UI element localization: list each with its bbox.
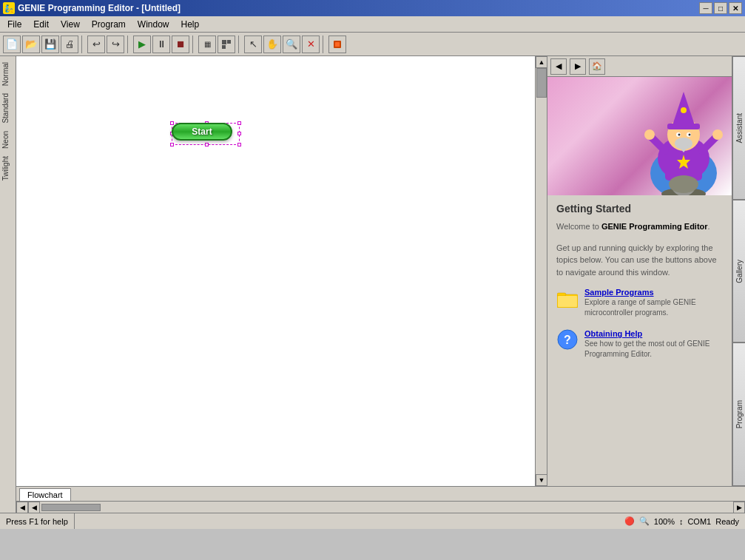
start-element[interactable]: Start [172, 123, 238, 144]
body-text: Get up and running quickly by exploring … [556, 242, 723, 279]
run-button[interactable]: ▶ [133, 36, 151, 53]
tool2-button[interactable] [218, 36, 235, 53]
left-panel: Normal Standard Neon Twilight [0, 56, 16, 513]
sep4 [238, 36, 241, 53]
scroll-left2-button[interactable]: ◀ [28, 502, 40, 513]
scroll-thumb[interactable] [536, 68, 547, 98]
title-bar: 🧞 GENIE Programming Editor - [Untitled] … [0, 0, 745, 16]
intro-bold: GENIE Programming Editor [601, 222, 708, 231]
svg-rect-27 [558, 296, 577, 307]
start-button[interactable]: Start [172, 123, 232, 141]
v-scrollbar[interactable]: ▲ ▼ [535, 56, 547, 486]
h-scrollbar[interactable]: ◀ ◀ ▶ [16, 501, 745, 513]
status-right: 🔴 🔍 100% ↕ COM1 Ready [624, 516, 739, 526]
minimize-button[interactable]: ─ [699, 2, 712, 14]
handle-bc[interactable] [205, 143, 209, 146]
svg-point-12 [681, 107, 687, 113]
getting-started-content: Getting Started Welcome to GENIE Program… [547, 195, 732, 486]
svg-rect-26 [557, 293, 566, 296]
menu-edit[interactable]: Edit [27, 18, 55, 31]
sep1 [81, 36, 84, 53]
scroll-right-button[interactable]: ▶ [733, 502, 745, 513]
new-button[interactable]: 📄 [3, 36, 21, 53]
right-content: Getting Started Welcome to GENIE Program… [547, 77, 732, 486]
maximize-button[interactable]: □ [714, 2, 727, 14]
handle-tr[interactable] [237, 121, 241, 125]
handle-br[interactable] [237, 143, 241, 146]
scroll-left-button[interactable]: ◀ [16, 502, 28, 513]
tool1-button[interactable]: ▦ [198, 36, 216, 53]
nav-home-button[interactable]: 🏠 [589, 58, 605, 75]
hand-button[interactable]: ✋ [263, 36, 281, 53]
cursor-button[interactable]: ↖ [244, 36, 262, 53]
canvas[interactable]: Start [16, 56, 535, 486]
tab-bar: Flowchart [16, 487, 745, 501]
nav-back-button[interactable]: ◀ [550, 58, 567, 75]
svg-rect-1 [227, 40, 231, 44]
svg-rect-11 [667, 124, 700, 129]
right-nav: ◀ ▶ 🏠 [547, 56, 732, 77]
h-scroll-track[interactable] [41, 503, 732, 512]
h-scroll-thumb[interactable] [41, 504, 101, 511]
wizard-image [547, 77, 732, 195]
pause-button[interactable]: ⏸ [152, 36, 170, 53]
tab-program[interactable]: Program [732, 343, 745, 486]
obtaining-help-text: Obtaining Help See how to get the most o… [584, 328, 723, 360]
svg-rect-0 [222, 40, 226, 44]
obtaining-help-desc: See how to get the most out of GENIE Pro… [584, 339, 723, 360]
handle-tl[interactable] [170, 121, 174, 125]
label-neon[interactable]: Neon [0, 128, 16, 152]
intro-text-2: . [708, 222, 710, 231]
svg-point-15 [678, 134, 681, 136]
sample-programs-desc: Explore a range of sample GENIE microcon… [584, 297, 723, 318]
folder-icon [556, 287, 579, 309]
sep3 [192, 36, 195, 53]
delete-button[interactable]: ✕ [302, 36, 320, 53]
close-button[interactable]: ✕ [729, 2, 742, 14]
right-tabs: Assistant Gallery Program [732, 56, 745, 486]
chip-button[interactable] [328, 36, 346, 53]
scroll-track[interactable] [536, 68, 547, 474]
help-icon: ? [556, 328, 579, 351]
svg-rect-4 [335, 42, 340, 47]
com-label: COM1 [687, 517, 711, 526]
print-button[interactable]: 🖨 [61, 36, 78, 53]
menu-bar: File Edit View Program Window Help [0, 16, 745, 33]
zoom-button[interactable]: 🔍 [283, 36, 300, 53]
tab-flowchart[interactable]: Flowchart [19, 488, 71, 501]
main-area: Normal Standard Neon Twilight [0, 56, 745, 513]
menu-window[interactable]: Window [132, 18, 175, 31]
menu-help[interactable]: Help [175, 18, 206, 31]
getting-started-title: Getting Started [556, 203, 723, 215]
sep2 [127, 36, 130, 53]
tab-assistant[interactable]: Assistant [732, 56, 745, 200]
status-help: Press F1 for help [6, 513, 75, 529]
redo-button[interactable]: ↪ [107, 36, 124, 53]
handle-mr[interactable] [237, 132, 241, 135]
handle-bl[interactable] [170, 143, 174, 146]
start-label: Start [192, 126, 212, 137]
nav-forward-button[interactable]: ▶ [570, 58, 586, 75]
label-normal[interactable]: Normal [0, 59, 16, 89]
app-icon: 🧞 [3, 2, 15, 14]
menu-file[interactable]: File [1, 18, 27, 31]
sample-programs-item: Sample Programs Explore a range of sampl… [556, 287, 723, 318]
sample-programs-link[interactable]: Sample Programs [584, 288, 654, 297]
scroll-down-button[interactable]: ▼ [536, 474, 547, 486]
svg-point-23 [669, 175, 698, 193]
label-standard[interactable]: Standard [0, 90, 16, 126]
stop-button[interactable]: ⏹ [172, 36, 189, 53]
label-twilight[interactable]: Twilight [0, 153, 16, 183]
undo-button[interactable]: ↩ [87, 36, 105, 53]
open-button[interactable]: 📂 [22, 36, 40, 53]
menu-program[interactable]: Program [86, 18, 132, 31]
save-button[interactable]: 💾 [41, 36, 59, 53]
toolbar: 📄 📂 💾 🖨 ↩ ↪ ▶ ⏸ ⏹ ▦ ↖ ✋ 🔍 ✕ [0, 33, 745, 56]
obtaining-help-item: ? Obtaining Help See how to get the most… [556, 328, 723, 360]
status-red-icon: 🔴 [624, 516, 635, 526]
tab-gallery[interactable]: Gallery [732, 200, 745, 343]
menu-view[interactable]: View [55, 18, 86, 31]
scroll-up-button[interactable]: ▲ [536, 56, 547, 68]
obtaining-help-link[interactable]: Obtaining Help [584, 329, 642, 338]
status-bar: Press F1 for help 🔴 🔍 100% ↕ COM1 Ready [0, 513, 745, 529]
